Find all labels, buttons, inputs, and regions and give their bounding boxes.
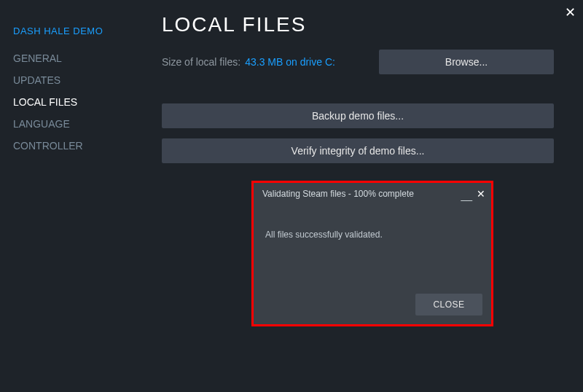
sidebar: DASH HALE DEMO GENERAL UPDATES LOCAL FIL… — [0, 0, 146, 392]
dialog-close-icon[interactable]: ✕ — [477, 188, 485, 200]
validation-dialog-highlight: Validating Steam files - 100% complete _… — [251, 181, 493, 326]
validation-dialog: Validating Steam files - 100% complete _… — [254, 183, 491, 324]
page-title: LOCAL FILES — [162, 13, 554, 36]
backup-button[interactable]: Backup demo files... — [162, 103, 554, 128]
minimize-icon[interactable]: __ — [461, 189, 472, 201]
size-label: Size of local files: — [162, 56, 240, 68]
verify-button[interactable]: Verify integrity of demo files... — [162, 138, 554, 163]
sidebar-item-controller[interactable]: CONTROLLER — [13, 140, 146, 152]
dialog-message: All files successfully validated. — [265, 230, 383, 240]
size-row: Size of local files: 43.3 MB on drive C:… — [162, 50, 554, 74]
sidebar-item-language[interactable]: LANGUAGE — [13, 118, 146, 130]
browse-button[interactable]: Browse... — [379, 50, 554, 74]
sidebar-item-general[interactable]: GENERAL — [13, 52, 146, 64]
dialog-title: Validating Steam files - 100% complete — [262, 189, 414, 199]
dialog-close-button[interactable]: CLOSE — [415, 294, 482, 315]
sidebar-item-updates[interactable]: UPDATES — [13, 74, 146, 86]
sidebar-item-local-files[interactable]: LOCAL FILES — [13, 96, 146, 108]
dialog-footer: CLOSE — [254, 286, 491, 324]
size-value: 43.3 MB on drive C: — [245, 56, 335, 68]
dialog-titlebar[interactable]: Validating Steam files - 100% complete _… — [254, 183, 491, 205]
dialog-body: All files successfully validated. — [254, 205, 491, 286]
app-title: DASH HALE DEMO — [13, 26, 146, 36]
close-icon[interactable]: ✕ — [565, 4, 576, 20]
